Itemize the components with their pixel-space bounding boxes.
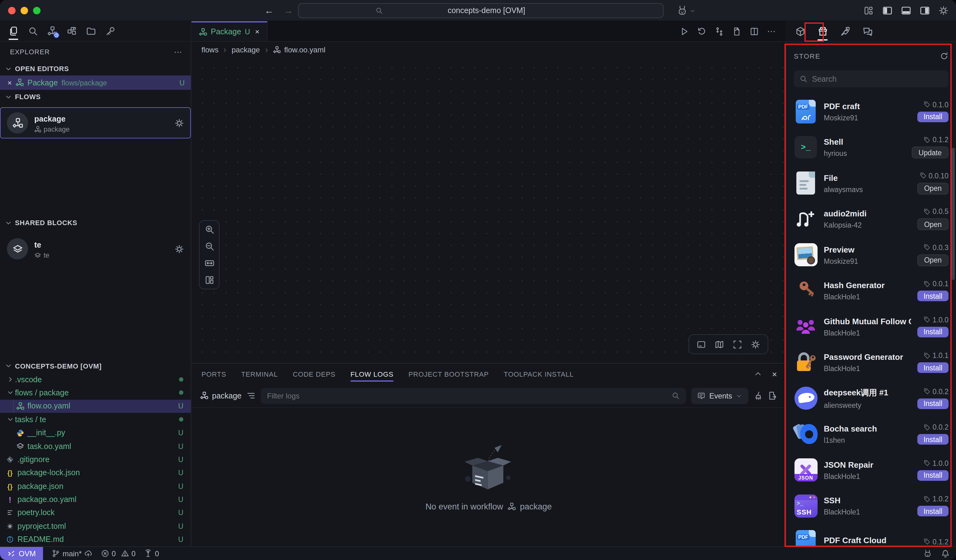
- fullscreen-icon[interactable]: [733, 340, 742, 349]
- store-item-bocha-search[interactable]: Bocha searchl1shen 0.0.2 Install: [786, 416, 956, 452]
- activity-explorer-button[interactable]: [6, 23, 21, 39]
- store-search-input[interactable]: [812, 74, 943, 83]
- export-logs-icon[interactable]: [768, 391, 777, 400]
- store-search-field[interactable]: [794, 71, 948, 87]
- activity-secrets-button[interactable]: [103, 23, 118, 39]
- tree-item-tasks-te[interactable]: tasks / te: [0, 413, 191, 426]
- activity-blocks-button[interactable]: [64, 23, 79, 39]
- console-panel-icon[interactable]: [697, 340, 706, 349]
- swap-run-icon[interactable]: [715, 27, 724, 36]
- install-button[interactable]: Install: [917, 434, 948, 445]
- store-item-pdf-craft[interactable]: PDF PDF craftMoskize91 0.1.0 Install: [786, 94, 956, 129]
- maximize-window-button[interactable]: [33, 6, 41, 14]
- flow-settings-gear-icon[interactable]: [175, 118, 184, 128]
- close-panel-icon[interactable]: ×: [772, 369, 777, 379]
- clear-logs-broom-icon[interactable]: [753, 391, 763, 400]
- tree-item-init-py[interactable]: __init__.pyU: [0, 426, 191, 440]
- tree-item-task-oo-yaml[interactable]: task.oo.yamlU: [0, 440, 191, 453]
- tree-item-gitignore[interactable]: .gitignoreU: [0, 453, 191, 466]
- run-icon[interactable]: [680, 27, 689, 36]
- command-center-input[interactable]: [387, 6, 586, 15]
- open-button[interactable]: Open: [917, 255, 948, 266]
- tree-item-flow-oo-yaml[interactable]: flow.oo.yamlU: [0, 400, 191, 413]
- store-scrollbar[interactable]: [951, 148, 955, 280]
- export-doc-icon[interactable]: [732, 27, 742, 36]
- git-branch-indicator[interactable]: main*: [52, 549, 92, 558]
- command-center[interactable]: [298, 3, 664, 18]
- tree-item-package-lock-json[interactable]: {} package-lock.jsonU: [0, 466, 191, 480]
- more-actions-icon[interactable]: ⋯: [767, 26, 776, 36]
- assistant-menu[interactable]: [677, 5, 695, 16]
- install-button[interactable]: Install: [917, 363, 948, 373]
- tree-item-vscode[interactable]: .vscode: [0, 373, 191, 386]
- open-editor-item[interactable]: × Package flows/package U: [0, 76, 191, 90]
- ports-indicator[interactable]: 0: [145, 549, 159, 558]
- install-button[interactable]: Install: [917, 291, 948, 302]
- minimize-window-button[interactable]: [20, 6, 28, 14]
- tree-item-flows-package[interactable]: flows / package: [0, 386, 191, 400]
- close-icon[interactable]: ×: [8, 79, 12, 87]
- tree-item-pyproject-toml[interactable]: pyproject.tomlU: [0, 519, 191, 533]
- assistant-rabbit-icon[interactable]: [923, 549, 932, 558]
- flow-card-package[interactable]: package package: [0, 108, 191, 139]
- close-icon[interactable]: ×: [255, 27, 259, 36]
- panel-left-icon[interactable]: [882, 5, 892, 15]
- section-open-editors[interactable]: OPEN EDITORS: [0, 62, 191, 76]
- section-shared-blocks[interactable]: SHARED BLOCKS: [0, 216, 191, 230]
- store-item-json-repair[interactable]: JSON JSON RepairBlackHole1 1.0.0 Install: [786, 452, 956, 488]
- tab-terminal[interactable]: TERMINAL: [241, 363, 278, 384]
- zoom-in-icon[interactable]: [204, 225, 214, 234]
- close-window-button[interactable]: [8, 6, 16, 14]
- workflow-selector[interactable]: package: [200, 391, 242, 400]
- section-project[interactable]: CONCEPTS-DEMO [OVM]: [0, 359, 191, 373]
- store-item-pdf-craft-cloud[interactable]: PDF PDF Craft Cloud 0.1.2: [786, 524, 956, 546]
- tab-code-deps[interactable]: CODE DEPS: [293, 363, 335, 384]
- toolpack-panel-button[interactable]: [792, 23, 808, 39]
- panel-right-icon[interactable]: [920, 5, 930, 15]
- open-button[interactable]: Open: [917, 183, 948, 195]
- store-item-audio2midi[interactable]: audio2midiKalopsia-42 0.0.5 Open: [786, 201, 956, 237]
- tree-item-readme-md[interactable]: README.mdU: [0, 533, 191, 546]
- store-item-hash-generator[interactable]: Hash GeneratorBlackHole1 0.0.1 Install: [786, 273, 956, 309]
- notifications-bell-icon[interactable]: [941, 549, 950, 558]
- store-item-password-generator[interactable]: Password GeneratorBlackHole1 1.0.1 Insta…: [786, 344, 956, 381]
- explorer-more-icon[interactable]: ⋯: [174, 47, 182, 57]
- log-level-filter-icon[interactable]: [247, 391, 256, 400]
- fit-width-icon[interactable]: [204, 258, 214, 268]
- block-settings-gear-icon[interactable]: [175, 244, 184, 253]
- feedback-panel-button[interactable]: [859, 23, 876, 39]
- update-button[interactable]: Update: [912, 147, 948, 159]
- flow-canvas[interactable]: [192, 58, 786, 363]
- breadcrumb-file[interactable]: flow.oo.yaml: [284, 46, 325, 54]
- history-forward-icon[interactable]: →: [284, 5, 293, 16]
- events-dropdown[interactable]: Events: [691, 388, 748, 404]
- tab-package[interactable]: Package U ×: [192, 21, 267, 41]
- section-flows[interactable]: FLOWS: [0, 90, 191, 104]
- install-button[interactable]: Install: [917, 327, 948, 337]
- breadcrumb-package[interactable]: package: [232, 46, 260, 54]
- store-item-ssh[interactable]: >_SSH SSHBlackHole1 1.0.2 Install: [786, 488, 956, 524]
- tree-item-package-json[interactable]: {} package.jsonU: [0, 480, 191, 493]
- tree-item-package-oo-yaml[interactable]: ! package.oo.yamlU: [0, 493, 191, 507]
- panel-bottom-icon[interactable]: [901, 5, 911, 15]
- canvas-settings-gear-icon[interactable]: [751, 340, 760, 349]
- rerun-icon[interactable]: [697, 27, 706, 36]
- chevron-up-icon[interactable]: [754, 370, 762, 378]
- zoom-out-icon[interactable]: [204, 241, 214, 251]
- install-button[interactable]: Install: [917, 470, 948, 481]
- tab-toolpack-install[interactable]: TOOLPACK INSTALL: [504, 363, 574, 384]
- map-icon[interactable]: [715, 340, 724, 349]
- store-item-github-mutual-follow[interactable]: Github Mutual Follow C...BlackHole1 1.0.…: [786, 309, 956, 344]
- store-item-shell[interactable]: >_ Shellhyrious 0.1.2 Update: [786, 129, 956, 165]
- remote-indicator[interactable]: OVM: [0, 547, 43, 560]
- tab-project-bootstrap[interactable]: PROJECT BOOTSTRAP: [409, 363, 489, 384]
- tree-item-poetry-lock[interactable]: poetry.lockU: [0, 507, 191, 520]
- layout-icon[interactable]: [864, 5, 874, 15]
- problems-indicator[interactable]: 0 0: [101, 549, 136, 558]
- auto-layout-icon[interactable]: [204, 275, 214, 285]
- filter-logs-field[interactable]: [261, 388, 686, 404]
- bootstrap-panel-button[interactable]: [837, 23, 853, 39]
- settings-gear-icon[interactable]: [939, 5, 948, 15]
- tab-flow-logs[interactable]: FLOW LOGS: [351, 363, 393, 384]
- store-item-file[interactable]: Filealwaysmavs 0.0.10 Open: [786, 165, 956, 201]
